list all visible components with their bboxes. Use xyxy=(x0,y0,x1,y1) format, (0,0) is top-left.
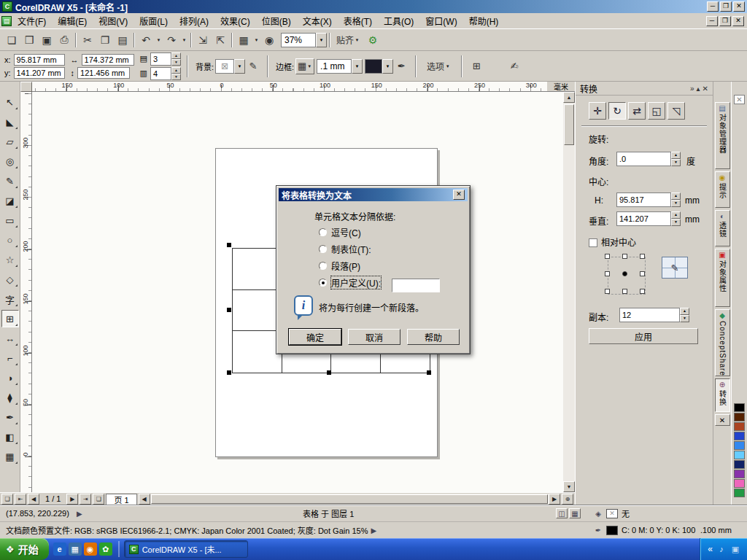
ok-button[interactable]: 确定 xyxy=(289,329,341,345)
no-background-swatch[interactable]: ⊠ xyxy=(215,59,234,74)
table-rows-spinner[interactable]: 3▲▼ xyxy=(150,52,181,66)
copies-spinner[interactable]: 12 ▲▼ xyxy=(619,308,689,322)
horizontal-ruler[interactable]: 15010050050100150200250300 xyxy=(32,82,547,92)
network-tray-icon[interactable]: ▣ xyxy=(729,543,741,555)
color-swatch-7[interactable] xyxy=(734,470,745,478)
tab-object-manager[interactable]: ▤对象管理器 xyxy=(715,102,730,169)
h-center-value[interactable]: 95.817 xyxy=(616,192,671,207)
color-swatch-2[interactable] xyxy=(734,422,745,431)
scale-mirror-button[interactable]: ⇄ xyxy=(628,102,646,120)
anchor-point-0-1[interactable] xyxy=(622,254,627,259)
border-select-button[interactable]: ▦▼ xyxy=(295,58,314,74)
vertical-scroll-thumb[interactable] xyxy=(564,104,574,145)
export-button[interactable]: ⇱ xyxy=(212,31,229,49)
relative-center-checkbox[interactable]: 相对中心 xyxy=(589,236,636,248)
background-color-dropdown[interactable]: ⊠ ▼ xyxy=(215,59,245,74)
interactive-fill-tool[interactable]: ▦ xyxy=(1,448,19,465)
rotate-button[interactable]: ↻ xyxy=(608,102,626,120)
edit-background-button[interactable]: ✎ xyxy=(245,58,261,74)
tray-expand-icon[interactable]: « xyxy=(708,544,713,554)
anchor-point-1-1[interactable] xyxy=(622,271,627,276)
anchor-point-1-2[interactable] xyxy=(640,271,645,276)
anchor-point-2-1[interactable] xyxy=(622,289,627,294)
separator-option-0[interactable]: 逗号(C) xyxy=(319,227,381,237)
freehand-tool[interactable]: ✎ xyxy=(1,172,19,190)
shape-tool[interactable]: ◣ xyxy=(1,113,19,131)
v-center-spinner[interactable]: 141.207 ▲▼ xyxy=(616,211,681,226)
minimize-icon[interactable]: ─ xyxy=(707,1,719,12)
tab-object-properties[interactable]: ▣对象属性 xyxy=(715,249,730,307)
menu-item-7[interactable]: 文本(X) xyxy=(297,12,338,29)
cancel-button[interactable]: 取消 xyxy=(348,329,400,345)
anchor-point-2-2[interactable] xyxy=(640,289,645,294)
table-options-button[interactable]: 选项 ▼ xyxy=(422,58,455,75)
copies-down-icon[interactable]: ▼ xyxy=(680,315,689,322)
selection-handle[interactable] xyxy=(227,243,231,247)
app-launcher-button-dropdown-icon[interactable]: ▼ xyxy=(252,31,260,49)
rows-down-icon[interactable]: ▼ xyxy=(171,59,181,66)
horizontal-scrollbar[interactable]: ◀ ▶ xyxy=(139,494,560,505)
custom-separator-input[interactable] xyxy=(392,279,440,292)
y-position-field[interactable]: 141.207 mm xyxy=(14,67,65,79)
border-color-swatch[interactable] xyxy=(365,59,382,74)
border-width-dropdown-icon[interactable]: ▼ xyxy=(352,59,363,74)
docker-strip-close-icon[interactable]: ✕ xyxy=(715,414,730,426)
navigator-button[interactable]: ⊕ xyxy=(562,494,573,505)
close-icon[interactable]: ✕ xyxy=(733,1,745,12)
pick-tool[interactable]: ↖ xyxy=(1,93,19,111)
selection-handle[interactable] xyxy=(227,308,231,312)
object-height-field[interactable]: 121.456 mm xyxy=(77,67,130,79)
polygon-tool[interactable]: ☆ xyxy=(1,251,19,268)
color-swatch-1[interactable] xyxy=(734,413,745,421)
tab-hints[interactable]: ◉提示 xyxy=(715,171,730,208)
open-button[interactable]: ❒ xyxy=(20,31,38,49)
radio-icon-2[interactable] xyxy=(319,262,327,270)
zoom-combo[interactable]: 37% ▼ xyxy=(281,33,327,47)
start-button[interactable]: ❖ 开始 xyxy=(0,538,49,560)
h-center-spinner[interactable]: 95.817 ▲▼ xyxy=(616,192,681,207)
outline-color-swatch[interactable] xyxy=(606,526,618,535)
angle-up-icon[interactable]: ▲ xyxy=(671,152,681,159)
snap-button[interactable]: 贴齐 ▼ xyxy=(333,31,364,49)
blend-tool[interactable]: ◑ xyxy=(1,369,19,386)
media-player-icon[interactable]: ◉ xyxy=(84,542,97,556)
table-tool[interactable]: ⊞ xyxy=(1,310,19,327)
anchor-point-0-0[interactable] xyxy=(605,254,610,259)
menu-item-0[interactable]: 文件(F) xyxy=(12,12,52,29)
border-color-dropdown-icon[interactable]: ▼ xyxy=(382,59,393,74)
ie-icon[interactable]: e xyxy=(53,542,66,556)
doc-close-icon[interactable]: ✕ xyxy=(732,16,744,26)
zoom-dropdown-icon[interactable]: ▼ xyxy=(316,33,327,47)
scroll-down-icon[interactable]: ▼ xyxy=(563,481,575,492)
app-launcher-button[interactable]: ▦ xyxy=(235,31,252,49)
x-position-field[interactable]: 95.817 mm xyxy=(14,54,65,66)
anchor-point-2-0[interactable] xyxy=(605,289,610,294)
separator-option-3[interactable]: 用户定义(U): xyxy=(319,277,381,287)
show-desktop-icon[interactable]: ▦ xyxy=(69,542,82,556)
scroll-right-icon[interactable]: ▶ xyxy=(549,494,560,505)
volume-tray-icon[interactable]: ♪ xyxy=(716,543,727,555)
coords-expand-icon[interactable]: ▶ xyxy=(74,508,85,518)
v-center-value[interactable]: 141.207 xyxy=(616,211,671,226)
anchor-point-0-2[interactable] xyxy=(640,254,645,259)
table-rows-value[interactable]: 3 xyxy=(150,52,171,66)
tab-transform[interactable]: ⊕转换 xyxy=(715,378,730,412)
page-tab[interactable]: 页 1 xyxy=(106,494,136,505)
selection-handle[interactable] xyxy=(327,370,331,375)
menu-item-3[interactable]: 版面(L) xyxy=(133,12,174,29)
print-button[interactable]: ⎙ xyxy=(55,31,73,49)
radio-icon-3[interactable] xyxy=(319,279,327,287)
h-up-icon[interactable]: ▲ xyxy=(671,192,681,200)
cut-button[interactable]: ✂ xyxy=(79,31,96,49)
profile-expand-icon[interactable]: ▶ xyxy=(368,525,379,535)
position-button[interactable]: ✛ xyxy=(589,102,606,120)
connector-tool[interactable]: ⌐ xyxy=(1,349,19,367)
menu-item-8[interactable]: 表格(T) xyxy=(338,12,378,29)
color-swatch-8[interactable] xyxy=(734,479,745,488)
radio-icon-0[interactable] xyxy=(319,228,327,236)
selection-handle[interactable] xyxy=(227,370,231,375)
add-page-after-icon[interactable]: ❏ xyxy=(93,494,104,505)
redo-button-dropdown-icon[interactable]: ▼ xyxy=(180,31,188,49)
prev-page-icon[interactable]: ◀ xyxy=(28,494,39,505)
checkbox-icon[interactable] xyxy=(589,238,597,247)
